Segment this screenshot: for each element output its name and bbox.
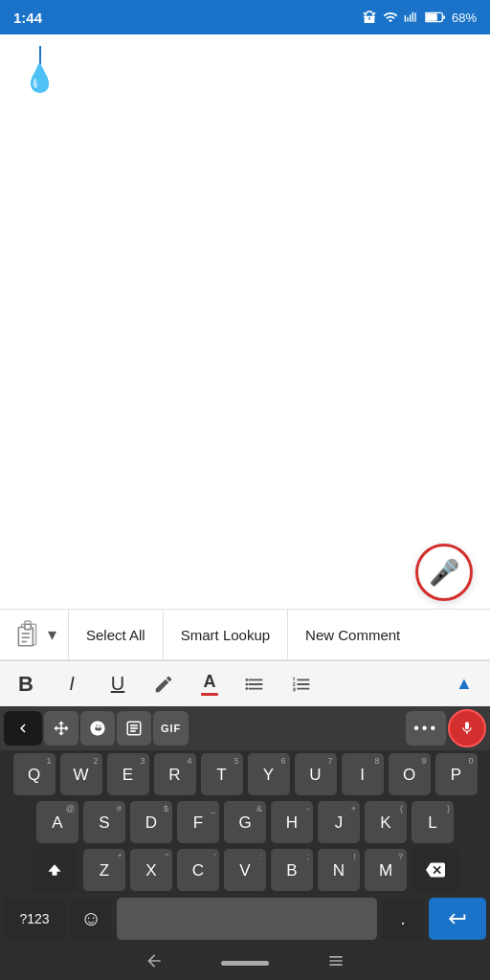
- keyboard: GIF ••• 1Q 2W 3E 4R 5T 6Y 7U 8I 9O 0P @A…: [0, 706, 490, 980]
- key-u[interactable]: 7U: [295, 753, 337, 795]
- doc-content[interactable]: 💧 🎤: [0, 34, 490, 609]
- expand-toolbar-button[interactable]: ▲: [450, 670, 479, 699]
- smart-lookup-button[interactable]: Smart Lookup: [164, 610, 288, 659]
- key-d[interactable]: $D: [130, 801, 172, 843]
- sticker-button[interactable]: [80, 711, 115, 746]
- nav-bar: [0, 946, 490, 980]
- svg-rect-6: [25, 624, 31, 629]
- keyboard-mic-button[interactable]: [448, 709, 486, 747]
- paste-group: ▾: [8, 610, 69, 659]
- key-r[interactable]: 4R: [154, 753, 196, 795]
- floating-mic-button[interactable]: 🎤: [415, 544, 473, 601]
- svg-point-10: [245, 679, 248, 681]
- symbols-key[interactable]: ?123: [4, 898, 65, 940]
- svg-point-12: [245, 687, 248, 690]
- svg-rect-2: [443, 15, 445, 19]
- key-l[interactable]: )L: [412, 801, 454, 843]
- keyboard-top-row: GIF •••: [0, 706, 490, 750]
- svg-point-11: [245, 682, 248, 685]
- mic-icon: 🎤: [429, 558, 459, 588]
- selection-button[interactable]: [117, 711, 151, 746]
- nav-home-pill[interactable]: [221, 961, 269, 966]
- keyboard-row-1: 1Q 2W 3E 4R 5T 6Y 7U 8I 9O 0P: [0, 750, 490, 798]
- period-key[interactable]: .: [382, 898, 424, 940]
- pencil-icon: [153, 674, 174, 695]
- key-t[interactable]: 5T: [201, 753, 243, 795]
- document-area: 💧 🎤 ▾ Select All Smart Lookup New Commen…: [0, 34, 490, 660]
- key-a[interactable]: @A: [36, 801, 78, 843]
- key-y[interactable]: 6Y: [248, 753, 290, 795]
- text-cursor: 💧: [23, 46, 56, 92]
- key-f[interactable]: _F: [177, 801, 219, 843]
- keyboard-row-3: *Z "X 'C :V ;B !N ?M: [0, 846, 490, 894]
- keyboard-back-button[interactable]: [4, 711, 42, 746]
- wifi-icon: [383, 10, 398, 25]
- keyboard-row-2: @A #S $D _F &G -H +J (K )L: [0, 798, 490, 846]
- list-ordered-icon: [291, 674, 312, 695]
- nav-recents-button[interactable]: [326, 951, 345, 975]
- keyboard-bottom-row: ?123 ☺ .: [0, 894, 490, 946]
- key-z[interactable]: *Z: [83, 849, 125, 891]
- highlight-button[interactable]: [149, 670, 178, 699]
- key-i[interactable]: 8I: [342, 753, 384, 795]
- formatting-toolbar: B I U A ▲: [0, 660, 490, 706]
- kb-spacer: [190, 711, 404, 746]
- context-menu-chevron[interactable]: ▾: [44, 620, 60, 649]
- text-color-button[interactable]: A: [195, 670, 224, 699]
- key-v[interactable]: :V: [224, 849, 266, 891]
- underline-button[interactable]: U: [103, 670, 132, 699]
- svg-rect-1: [426, 13, 437, 20]
- key-x[interactable]: "X: [130, 849, 172, 891]
- list-unordered-icon: [245, 674, 266, 695]
- delete-key[interactable]: [412, 849, 459, 891]
- italic-button[interactable]: I: [57, 670, 86, 699]
- key-g[interactable]: &G: [224, 801, 266, 843]
- key-e[interactable]: 3E: [107, 753, 149, 795]
- key-h[interactable]: -H: [271, 801, 313, 843]
- bold-button[interactable]: B: [11, 670, 40, 699]
- enter-key[interactable]: [429, 898, 486, 940]
- cursor-move-button[interactable]: [44, 711, 78, 746]
- paste-icon: [15, 620, 40, 649]
- key-c[interactable]: 'C: [177, 849, 219, 891]
- status-bar: 1:44 68%: [0, 0, 490, 34]
- key-b[interactable]: ;B: [271, 849, 313, 891]
- key-o[interactable]: 9O: [389, 753, 431, 795]
- key-w[interactable]: 2W: [60, 753, 102, 795]
- key-s[interactable]: #S: [83, 801, 125, 843]
- emoji-key[interactable]: ☺: [70, 898, 112, 940]
- cursor-drop: 💧: [23, 65, 56, 92]
- space-key[interactable]: [117, 898, 377, 940]
- more-options-button[interactable]: •••: [406, 711, 446, 746]
- status-time: 1:44: [13, 10, 42, 26]
- battery-icon: [425, 11, 446, 24]
- new-comment-button[interactable]: New Comment: [288, 610, 417, 659]
- key-q[interactable]: 1Q: [13, 753, 56, 795]
- key-p[interactable]: 0P: [435, 753, 478, 795]
- shift-key[interactable]: [31, 849, 78, 891]
- key-k[interactable]: (K: [365, 801, 407, 843]
- ordered-list-button[interactable]: [287, 670, 316, 699]
- nav-back-button[interactable]: [145, 951, 164, 975]
- signal-icon: [404, 10, 419, 25]
- alarm-icon: [362, 10, 377, 25]
- key-n[interactable]: !N: [318, 849, 360, 891]
- context-menu: ▾ Select All Smart Lookup New Comment: [0, 609, 490, 660]
- battery-percent: 68%: [452, 11, 477, 25]
- gif-button[interactable]: GIF: [153, 711, 189, 746]
- status-icons: 68%: [362, 10, 477, 25]
- unordered-list-button[interactable]: [241, 670, 270, 699]
- select-all-button[interactable]: Select All: [69, 610, 164, 659]
- key-j[interactable]: +J: [318, 801, 360, 843]
- key-m[interactable]: ?M: [365, 849, 407, 891]
